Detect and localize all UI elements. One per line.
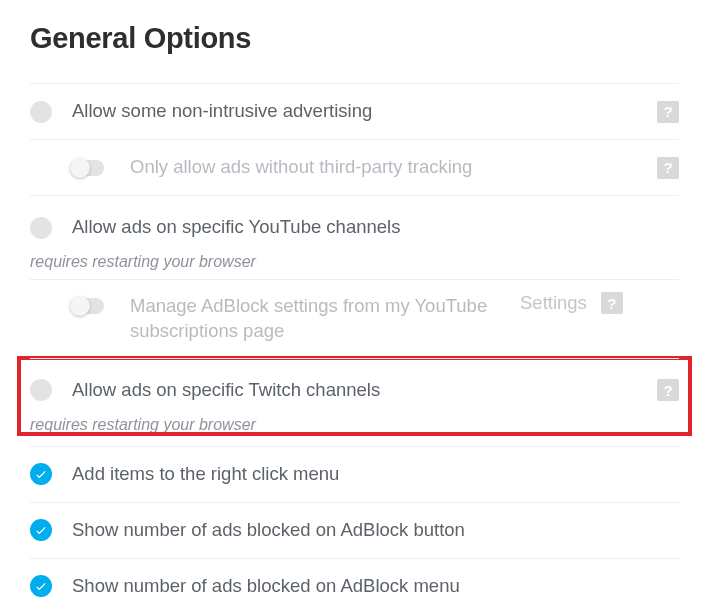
restart-note: requires restarting your browser [30,416,679,434]
option-right-click[interactable]: Add items to the right click menu [30,446,679,502]
option-menu-count[interactable]: Show number of ads blocked on AdBlock me… [30,558,679,602]
radio-checked-icon[interactable] [30,463,52,485]
option-label: Show number of ads blocked on AdBlock me… [72,572,679,601]
help-icon[interactable]: ? [657,379,679,401]
option-label: Only allow ads without third-party track… [130,153,643,182]
option-twitch-section: Allow ads on specific Twitch channels ? … [30,358,679,434]
settings-link[interactable]: Settings [520,292,587,314]
help-icon[interactable]: ? [657,157,679,179]
toggle-icon[interactable] [70,298,104,314]
option-allow-non-intrusive[interactable]: Allow some non-intrusive advertising ? [30,83,679,139]
option-twitch-channels[interactable]: Allow ads on specific Twitch channels ? [30,358,679,414]
option-label: Show number of ads blocked on AdBlock bu… [72,516,679,545]
option-label: Allow some non-intrusive advertising [72,97,643,126]
option-only-no-tracking: Only allow ads without third-party track… [30,139,679,195]
check-icon [34,579,48,593]
option-youtube-channels[interactable]: Allow ads on specific YouTube channels [30,195,679,251]
help-icon[interactable]: ? [657,101,679,123]
check-icon [34,467,48,481]
radio-checked-icon[interactable] [30,575,52,597]
radio-checked-icon[interactable] [30,519,52,541]
restart-note: requires restarting your browser [30,253,679,271]
radio-icon[interactable] [30,101,52,123]
check-icon [34,523,48,537]
option-label: Allow ads on specific YouTube channels [72,213,679,242]
option-label: Manage AdBlock settings from my YouTube … [130,292,510,346]
option-label: Add items to the right click menu [72,460,679,489]
radio-icon[interactable] [30,379,52,401]
radio-icon[interactable] [30,217,52,239]
help-icon[interactable]: ? [601,292,623,314]
toggle-icon[interactable] [70,160,104,176]
page-title: General Options [30,22,679,55]
option-label: Allow ads on specific Twitch channels [72,376,643,405]
option-youtube-manage: Manage AdBlock settings from my YouTube … [30,279,679,358]
option-button-count[interactable]: Show number of ads blocked on AdBlock bu… [30,502,679,558]
